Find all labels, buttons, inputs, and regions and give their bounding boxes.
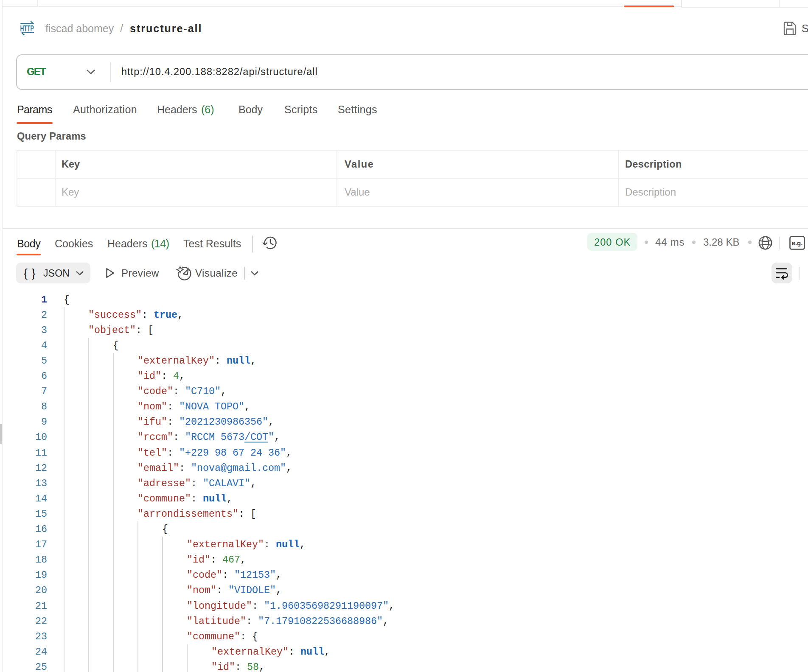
svg-text:e.g.: e.g.: [792, 239, 803, 246]
svg-text:HTTP: HTTP: [20, 24, 34, 33]
